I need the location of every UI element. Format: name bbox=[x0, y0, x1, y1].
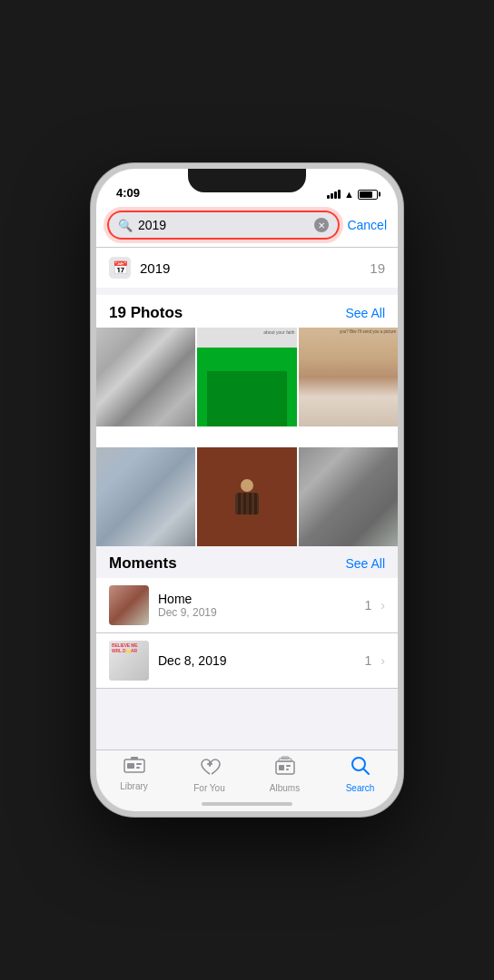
svg-rect-2 bbox=[136, 763, 142, 765]
screen: 4:09 ▲ 🔍 2019 ✕ bbox=[96, 169, 398, 811]
moment-count-1: 1 bbox=[365, 598, 372, 612]
moments-header: Moments See All bbox=[96, 545, 398, 578]
status-icons: ▲ bbox=[327, 189, 378, 200]
moment-date-1: Dec 9, 2019 bbox=[158, 606, 356, 619]
moments-section: Moments See All Home Dec 9, 2019 1 › bbox=[96, 545, 398, 689]
photo-cell-5[interactable] bbox=[197, 447, 296, 546]
notch bbox=[188, 169, 306, 192]
svg-rect-3 bbox=[136, 767, 140, 769]
search-area: 🔍 2019 ✕ Cancel bbox=[96, 203, 398, 247]
photo-cell-2[interactable]: about your faith bbox=[197, 328, 296, 426]
search-tab-icon bbox=[351, 756, 370, 781]
photo-grid-bottom bbox=[96, 447, 398, 538]
chevron-right-icon-1: › bbox=[380, 598, 385, 612]
signal-icon bbox=[327, 190, 341, 199]
tab-library[interactable]: Library bbox=[96, 756, 172, 791]
status-time: 4:09 bbox=[116, 186, 140, 200]
content-scroll[interactable]: 🔍 2019 ✕ Cancel 📅 2019 19 19 Photos See … bbox=[96, 203, 398, 750]
for-you-tab-icon bbox=[199, 756, 221, 781]
moments-see-all-button[interactable]: See All bbox=[345, 556, 385, 571]
svg-rect-10 bbox=[279, 765, 284, 770]
moment-row-1[interactable]: Home Dec 9, 2019 1 › bbox=[96, 578, 398, 633]
svg-rect-9 bbox=[282, 757, 289, 759]
photo-cell-4[interactable] bbox=[96, 447, 195, 546]
tab-for-you[interactable]: For You bbox=[172, 756, 247, 793]
section-sep-1 bbox=[96, 288, 398, 295]
calendar-icon: 📅 bbox=[109, 257, 131, 279]
svg-rect-6 bbox=[209, 761, 211, 767]
tab-search[interactable]: Search bbox=[322, 756, 398, 793]
phone-frame: 4:09 ▲ 🔍 2019 ✕ bbox=[91, 163, 403, 817]
moment-info-2: Dec 8, 2019 bbox=[158, 653, 356, 668]
moment-title-2: Dec 8, 2019 bbox=[158, 653, 356, 668]
moment-thumb-text: BELIEVE MEWRL D⭐AR bbox=[112, 643, 137, 653]
tab-search-label[interactable]: Search bbox=[346, 783, 375, 793]
tab-for-you-label: For You bbox=[193, 783, 224, 793]
tab-albums[interactable]: Albums bbox=[247, 756, 322, 793]
moment-thumb-2: BELIEVE MEWRL D⭐AR bbox=[109, 641, 149, 681]
library-tab-icon bbox=[124, 756, 145, 779]
photo-cell-6[interactable] bbox=[299, 447, 398, 546]
moments-title: Moments bbox=[109, 554, 177, 573]
wifi-icon: ▲ bbox=[344, 189, 354, 200]
home-indicator bbox=[202, 802, 292, 806]
photo-cell-3[interactable]: you? Btw I'll send you a picture bbox=[299, 328, 398, 426]
year-result-row[interactable]: 📅 2019 19 bbox=[96, 248, 398, 288]
svg-rect-11 bbox=[286, 765, 291, 767]
moment-title-1: Home bbox=[158, 592, 356, 606]
photo-cell-1[interactable] bbox=[96, 328, 195, 426]
photo-grid-top: about your faith you? Btw I'll send you … bbox=[96, 328, 398, 446]
tab-library-label: Library bbox=[120, 781, 148, 791]
moment-thumb-1 bbox=[109, 585, 149, 625]
tab-albums-label: Albums bbox=[270, 783, 300, 793]
year-label: 2019 bbox=[140, 260, 361, 276]
moment-count-2: 1 bbox=[365, 653, 372, 668]
moment-row-2[interactable]: BELIEVE MEWRL D⭐AR Dec 8, 2019 1 › bbox=[96, 633, 398, 689]
svg-line-14 bbox=[363, 769, 369, 774]
photos-header: 19 Photos See All bbox=[96, 295, 398, 328]
svg-rect-1 bbox=[127, 763, 134, 769]
moment-info-1: Home Dec 9, 2019 bbox=[158, 592, 356, 619]
svg-rect-4 bbox=[131, 757, 138, 760]
battery-icon bbox=[358, 190, 378, 200]
cancel-button[interactable]: Cancel bbox=[347, 218, 387, 232]
photos-see-all-button[interactable]: See All bbox=[345, 306, 385, 320]
photos-title: 19 Photos bbox=[109, 304, 183, 322]
photos-section: 19 Photos See All bbox=[96, 295, 398, 538]
svg-rect-12 bbox=[286, 769, 289, 770]
search-query-text: 2019 bbox=[138, 218, 309, 232]
photo-overlay-text: about your faith bbox=[263, 329, 294, 335]
search-magnifier-icon: 🔍 bbox=[118, 219, 133, 232]
chevron-right-icon-2: › bbox=[380, 653, 385, 668]
search-input-wrapper[interactable]: 🔍 2019 ✕ bbox=[107, 211, 340, 240]
search-clear-button[interactable]: ✕ bbox=[314, 218, 329, 232]
year-count: 19 bbox=[370, 260, 385, 276]
albums-tab-icon bbox=[274, 756, 296, 781]
